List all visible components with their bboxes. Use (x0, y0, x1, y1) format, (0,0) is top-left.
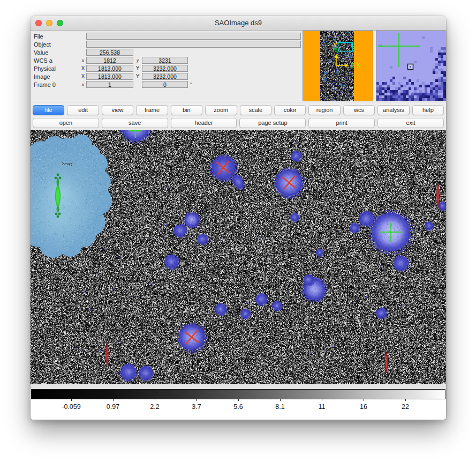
titlebar[interactable]: SAOImage ds9 (31, 16, 446, 31)
colorbar-tick (364, 399, 364, 401)
axis-label: X (80, 65, 86, 71)
info-label: Frame 0 (31, 81, 80, 88)
info-label: Image (31, 73, 80, 80)
object-field[interactable] (86, 41, 301, 48)
colorbar-tick (238, 399, 239, 401)
menu-button-file[interactable]: file (33, 105, 64, 115)
menu-button-page-setup[interactable]: page setup (239, 118, 306, 128)
menu-button-scale[interactable]: scale (240, 105, 271, 115)
axis-label: Y (133, 65, 142, 71)
colorbar-tick-label: 5.6 (233, 403, 243, 411)
colorbar-tick (155, 399, 155, 401)
info-label: Object (31, 41, 80, 48)
image-gap (31, 384, 446, 389)
degree-symbol: ° (190, 82, 192, 87)
image-display[interactable] (31, 130, 446, 384)
axis-label: x (80, 57, 86, 63)
info-row-frame-0: Frame 0x10° (31, 80, 303, 88)
info-row-image: ImageX1813.000Y3232.000 (31, 72, 303, 80)
colorbar-tick-label: -0.059 (62, 403, 80, 411)
image-y-field[interactable]: 3232.000 (142, 73, 188, 80)
menu-button-print[interactable]: print (308, 118, 375, 128)
menu-zone: fileeditviewframebinzoomscalecolorregion… (31, 102, 446, 131)
coordinate-readout: FileObjectValue256.538WCS ax1812y3231Phy… (31, 32, 303, 88)
colorbar-tick (280, 399, 281, 401)
info-row-file: File (31, 32, 303, 40)
info-row-wcs-a: WCS ax1812y3231 (31, 56, 303, 64)
colorbar-tick-label: 22 (402, 403, 409, 411)
menu-button-edit[interactable]: edit (67, 105, 99, 115)
info-label: WCS a (31, 57, 80, 64)
info-panel: FileObjectValue256.538WCS ax1812y3231Phy… (31, 31, 446, 102)
physical-y-field[interactable]: 3232.000 (142, 65, 188, 72)
menu-button-zoom[interactable]: zoom (205, 105, 237, 115)
colorbar-tick-label: 2.2 (150, 403, 159, 411)
file-menu-bar: opensaveheaderpage setupprintexit (33, 118, 444, 128)
info-row-value: Value256.538 (31, 48, 303, 56)
colorbar-tick (113, 399, 114, 401)
colorbar[interactable] (31, 389, 445, 399)
axis-label: X (80, 73, 86, 79)
menu-button-frame[interactable]: frame (136, 105, 168, 115)
value-x-field[interactable]: 256.538 (86, 49, 133, 56)
colorbar-tick-label: 3.7 (192, 403, 201, 411)
info-label: Value (31, 49, 80, 56)
menu-button-exit[interactable]: exit (377, 118, 444, 128)
colorbar-tick-label: 0.97 (107, 403, 119, 411)
image-x-field[interactable]: 1813.000 (86, 73, 133, 80)
axis-label: y (133, 57, 142, 63)
wcs-a-x-field[interactable]: 1812 (86, 57, 133, 64)
menu-button-region[interactable]: region (308, 105, 340, 115)
menu-button-view[interactable]: view (102, 105, 133, 115)
info-label: File (31, 33, 80, 40)
colorbar-tick (322, 399, 322, 401)
menu-button-open[interactable]: open (33, 118, 99, 128)
screenshot-stage: SAOImage ds9 FileObjectValue256.538WCS a… (0, 0, 476, 462)
menu-button-color[interactable]: color (274, 105, 306, 115)
axis-label: x (80, 81, 86, 87)
wcs-a-y-field[interactable]: 3231 (142, 57, 188, 64)
colorbar-tick (71, 399, 72, 401)
colorbar-tick (405, 399, 406, 401)
file-field[interactable] (86, 33, 301, 40)
magnifier (376, 31, 447, 101)
info-row-physical: PhysicalX1813.000Y3232.000 (31, 64, 303, 72)
menu-bar: fileeditviewframebinzoomscalecolorregion… (33, 105, 444, 115)
frame-0-y-field[interactable]: 0 (142, 81, 188, 88)
menu-button-bin[interactable]: bin (171, 105, 202, 115)
menu-button-analysis[interactable]: analysis (377, 105, 409, 115)
colorbar-tick-label: 8.1 (275, 403, 284, 411)
colorbar-tick (197, 399, 197, 401)
colorbar-tick-label: 16 (360, 403, 367, 411)
colorbar-tick-label: 11 (319, 403, 326, 411)
frame-0-x-field[interactable]: 1 (86, 81, 133, 88)
ds9-window: SAOImage ds9 FileObjectValue256.538WCS a… (31, 16, 446, 420)
info-row-object: Object (31, 40, 303, 48)
menu-button-header[interactable]: header (171, 118, 237, 128)
menu-button-save[interactable]: save (102, 118, 168, 128)
panner[interactable] (303, 31, 373, 101)
window-title: SAOImage ds9 (31, 16, 446, 30)
menu-button-help[interactable]: help (412, 105, 444, 115)
colorbar-section: -0.0590.972.23.75.68.1111622 (31, 389, 446, 420)
axis-label: Y (133, 73, 142, 79)
physical-x-field[interactable]: 1813.000 (86, 65, 133, 72)
info-label: Physical (31, 65, 80, 72)
menu-button-wcs[interactable]: wcs (343, 105, 375, 115)
